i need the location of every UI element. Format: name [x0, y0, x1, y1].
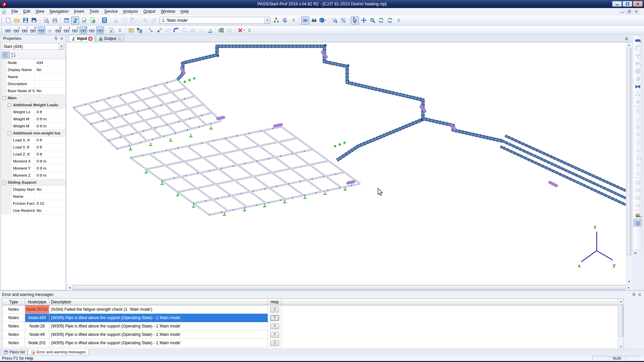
viewport-vertical-scrollbar[interactable]: ▲ ▼: [626, 42, 632, 285]
property-value[interactable]: [35, 73, 65, 80]
mdi-restore-button[interactable]: [626, 9, 632, 14]
tab-list-button[interactable]: [624, 36, 630, 42]
message-node[interactable]: Node:49: [25, 330, 49, 339]
paste-dropdown-icon[interactable]: ▾: [136, 19, 137, 22]
menu-help[interactable]: Help: [178, 8, 192, 14]
property-row-name[interactable]: Name: [1, 193, 65, 200]
scroll-right-icon[interactable]: ►: [626, 285, 632, 291]
show-support-symbols-button[interactable]: [46, 26, 54, 34]
menu-service[interactable]: Service: [102, 8, 120, 14]
main-pipeline[interactable]: [177, 46, 626, 205]
help-button[interactable]: ?: [270, 332, 279, 338]
measure-angle-button[interactable]: [206, 26, 214, 34]
find-button[interactable]: [310, 16, 318, 24]
property-value[interactable]: 0 tf: [35, 144, 65, 150]
panel-close-icon[interactable]: [59, 36, 64, 41]
collapse-icon[interactable]: −: [8, 103, 11, 107]
object-selector[interactable]: Start (434) ▼: [2, 43, 64, 50]
message-description[interactable]: (W305) Pipe is lifted above the support …: [49, 314, 268, 322]
property-row-moment-x[interactable]: Moment X0 tf·m: [1, 158, 65, 165]
save-as-button[interactable]: [30, 16, 38, 24]
insert-reducer-dropdown-icon[interactable]: ▾: [640, 64, 641, 67]
show-pipes-button[interactable]: -: [4, 26, 12, 34]
message-node[interactable]: Node:201: [25, 339, 49, 347]
vertical-scroll-thumb[interactable]: [627, 48, 631, 255]
property-value[interactable]: No: [35, 207, 65, 214]
menu-file[interactable]: File: [9, 8, 20, 14]
insert-spring-support-dropdown-icon[interactable]: ▾: [640, 143, 641, 145]
chevron-down-icon[interactable]: ▼: [59, 43, 64, 50]
show-toolbar-overflow-button[interactable]: [116, 26, 124, 34]
property-value[interactable]: 0 tf·m: [35, 158, 65, 165]
property-row-description[interactable]: Description: [1, 80, 65, 87]
model-viewport[interactable]: z x y: [67, 42, 626, 285]
column-header-node-pipe[interactable]: Node/pipe: [25, 299, 49, 305]
property-category-sliding-support[interactable]: −Sliding Support: [1, 179, 65, 186]
collapse-icon[interactable]: −: [2, 96, 6, 100]
menu-insert[interactable]: Insert: [71, 8, 87, 14]
property-value[interactable]: [35, 193, 65, 200]
scroll-up-icon[interactable]: ▲: [626, 42, 632, 48]
insert-hanger-dropdown-icon[interactable]: ▾: [640, 158, 641, 161]
collapse-icon[interactable]: −: [8, 131, 11, 135]
property-row-name[interactable]: Name: [1, 73, 65, 80]
property-row-load-y-tf[interactable]: Load Y, tf0 tf: [1, 144, 65, 151]
help-button[interactable]: ?: [270, 315, 279, 321]
property-row-node[interactable]: Node434: [1, 59, 65, 66]
bottom-tab-error-warning-messages[interactable]: !Error and warning messages: [28, 349, 89, 355]
show-anchors-button[interactable]: x: [79, 26, 87, 34]
dynamic-help-button[interactable]: ?: [281, 16, 289, 24]
insert-pipe-dropdown-icon[interactable]: ▾: [640, 41, 641, 44]
messages-scroll-thumb[interactable]: [619, 304, 623, 337]
help-button[interactable]: ?: [270, 307, 279, 312]
error-panel-pin-icon[interactable]: [632, 292, 636, 297]
column-header-description[interactable]: Description: [49, 299, 268, 305]
pin-icon[interactable]: [54, 36, 58, 41]
bottom-tab-pipes-list[interactable]: Pipes list: [1, 349, 28, 355]
show-element-names-button[interactable]: a: [71, 26, 79, 34]
message-description[interactable]: (W305) Pipe is lifted above the support …: [49, 322, 268, 330]
calculate-button[interactable]: [100, 16, 108, 24]
insert-node-button[interactable]: [147, 26, 155, 34]
toolbar-grip[interactable]: [1, 26, 2, 34]
edit-toolbar-overflow-button[interactable]: [246, 26, 253, 34]
property-row-load-z-tf[interactable]: Load Z, tf0 tf: [1, 151, 65, 158]
property-row-friction-facto[interactable]: Friction Facto0.10: [1, 200, 65, 207]
maximize-button[interactable]: [623, 1, 632, 7]
show-diameters-button[interactable]: 10: [54, 26, 62, 34]
message-node[interactable]: Node:434: [25, 314, 49, 322]
close-button[interactable]: [633, 1, 643, 7]
help-button[interactable]: ?: [270, 323, 279, 329]
zoom-window-button[interactable]: [330, 16, 338, 24]
property-row-base-node-of-seg[interactable]: Base Node of SegNo: [1, 87, 65, 95]
minimize-button[interactable]: [612, 1, 622, 7]
refresh-view-button[interactable]: [377, 16, 385, 24]
menu-window[interactable]: Window: [158, 8, 178, 14]
show-lengths-button[interactable]: ↔: [88, 26, 96, 34]
insert-valve-button[interactable]: [634, 83, 642, 90]
menu-view[interactable]: View: [33, 8, 47, 14]
tab-output[interactable]: Output: [96, 35, 124, 42]
pipe-rack-grid-a[interactable]: [73, 80, 221, 149]
create-group-button[interactable]: [217, 26, 225, 34]
buried-pipe-mode-button[interactable]: [634, 219, 642, 227]
check-and-run-button[interactable]: [89, 16, 97, 24]
rebuild-model-button[interactable]: [386, 16, 394, 24]
show-supports-button[interactable]: T: [21, 26, 29, 34]
property-category-main[interactable]: −Main: [1, 95, 65, 102]
categorized-view-button[interactable]: [2, 52, 10, 58]
table-view-button[interactable]: [62, 16, 70, 24]
model-tree-button[interactable]: [136, 26, 144, 34]
property-value[interactable]: 0 tf·m: [35, 116, 65, 122]
error-panel-close-icon[interactable]: [637, 292, 642, 297]
message-row[interactable]: NotesNode:25741(N284) Failed the fatigue…: [2, 305, 624, 314]
pipe-rack-grid-b[interactable]: [130, 127, 360, 215]
tab-input[interactable]: Input: [69, 35, 95, 42]
zoom-extents-button[interactable]: [339, 16, 347, 24]
property-row-moment-z[interactable]: Moment Z0 tf·m: [1, 172, 65, 179]
insert-pipe-button[interactable]: ▾: [634, 37, 642, 44]
property-row-moment-y[interactable]: Moment Y0 tf·m: [1, 165, 65, 172]
property-row-weight-m[interactable]: Weight M0 tf·m: [1, 116, 65, 123]
property-row-display-name[interactable]: Display NameNo: [1, 66, 65, 73]
insert-lateral-bellows-dropdown-icon[interactable]: ▾: [640, 191, 641, 193]
